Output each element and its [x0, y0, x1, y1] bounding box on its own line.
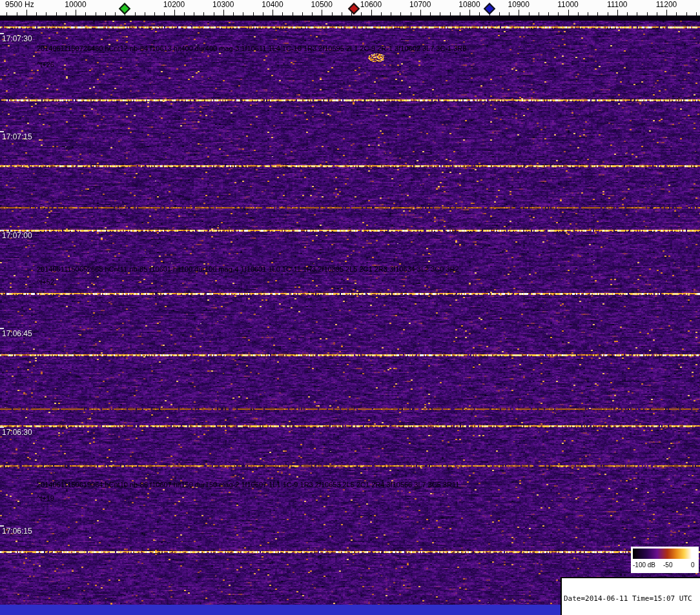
detection-offset-label: ^t+52: [37, 278, 54, 286]
legend-mid-label: -50: [663, 561, 672, 569]
freq-tick-label: 10300: [212, 1, 234, 8]
freq-tick-label: 10600: [360, 1, 382, 8]
frequency-ruler: 9500 Hz 10000102001030010400105001060010…: [0, 0, 700, 15]
time-tick-label: 17:06:45: [2, 329, 32, 338]
time-tick-mark: [0, 525, 4, 527]
freq-tick-label: 11000: [557, 1, 578, 8]
legend-max-label: 0: [691, 561, 695, 569]
time-tick-label: 17:07:00: [2, 231, 32, 240]
time-tick-label: 17:07:30: [2, 34, 32, 43]
time-tick-mark: [0, 131, 4, 132]
freq-tick-label: 11100: [607, 1, 628, 8]
detection-record-text: 20140611150726460 hCnt12 nb-84 f10613 hi…: [37, 45, 466, 52]
frequency-axis-start-label: 9500 Hz: [5, 1, 34, 8]
freq-tick-label: 10200: [163, 1, 185, 8]
time-tick-mark: [0, 33, 4, 34]
db-color-scale: -100 dB -50 0: [631, 547, 699, 573]
detection-record-text: 20140611150619064 hCnt10 nb-86 f10607 hi…: [37, 481, 459, 489]
freq-tick-label: 10400: [262, 1, 283, 8]
time-tick-label: 17:06:30: [2, 428, 32, 437]
freq-tick-label: 11200: [656, 1, 677, 8]
time-tick-mark: [0, 328, 4, 329]
observation-info-box: Date=2014-06-11 Time=15:07 UTC Freq=143 …: [561, 577, 700, 615]
time-tick-mark: [0, 427, 4, 428]
time-tick-label: 17:07:15: [2, 132, 32, 141]
time-tick-mark: [0, 230, 4, 231]
detection-record-text: 20140611150652668 hCnt11 nb-85 f10601 hi…: [37, 265, 459, 273]
freq-tick-label: 10800: [458, 1, 480, 8]
waterfall-spectrogram: [0, 15, 700, 605]
freq-tick-label: 10500: [311, 1, 333, 8]
meteor-spectrogram-app: 20140611150726460 hCnt12 nb-84 f10613 hi…: [0, 0, 700, 615]
info-date-time: Date=2014-06-11 Time=15:07 UTC: [564, 595, 700, 603]
detection-offset-label: ^t+26: [37, 61, 54, 68]
freq-tick-label: 10900: [508, 1, 530, 8]
detection-offset-label: ^t+19: [37, 494, 54, 502]
time-tick-label: 17:06:15: [2, 527, 32, 536]
freq-tick-label: 10000: [65, 1, 86, 8]
legend-min-label: -100 dB: [633, 561, 655, 569]
freq-tick-label: 10700: [409, 1, 431, 8]
color-gradient-bar: [633, 549, 697, 559]
